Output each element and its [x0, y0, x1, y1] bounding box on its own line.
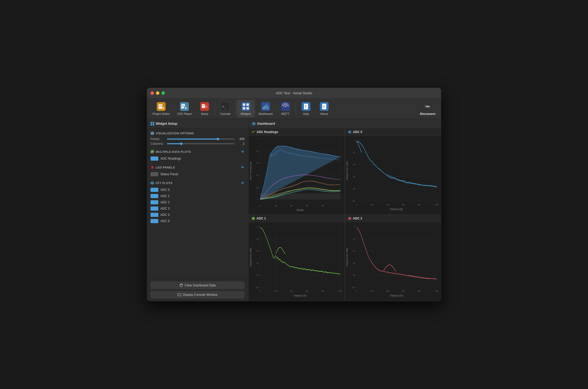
project-editor-icon: [157, 102, 166, 111]
multiple-plots-title: MULTIPLE DATA PLOTS: [151, 150, 191, 154]
svg-text:0.4: 0.4: [257, 174, 259, 177]
svg-text:-20: -20: [353, 237, 355, 240]
svg-rect-100: [349, 131, 349, 133]
led-panels-title: LED PANELS: [151, 166, 175, 169]
adc1-toggle[interactable]: [151, 194, 158, 198]
status-panel-toggle[interactable]: [151, 172, 158, 176]
toolbar-item-dashboard[interactable]: Dashboard: [255, 100, 276, 117]
columns-value: 2: [237, 142, 245, 146]
svg-rect-46: [153, 122, 154, 123]
separator-3: [296, 102, 296, 115]
svg-rect-26: [246, 107, 249, 110]
adc-readings-toggle[interactable]: [151, 156, 158, 161]
about-icon: i: [320, 102, 329, 111]
svg-text:-100: -100: [352, 286, 355, 289]
adc3-toggle[interactable]: [151, 206, 158, 211]
svg-rect-67: [252, 123, 253, 124]
points-slider[interactable]: [167, 139, 235, 140]
fft-plots-section: FFT PLOTS 👁 ADC 0 ADC 1 ADC 2: [151, 181, 245, 224]
svg-text:0.8: 0.8: [257, 150, 259, 152]
svg-rect-58: [151, 182, 151, 184]
sidebar-content: VISUALIZATION OPTIONS Points: 459 Column…: [147, 128, 248, 279]
toolbar-item-about[interactable]: i About: [315, 100, 333, 117]
adc0-body: 0 -20 -40 -60 -80 -100 0 100 200 300 400: [345, 136, 441, 215]
toolbar-item-mqtt[interactable]: MQTT: [276, 100, 295, 117]
svg-text:500: 500: [435, 203, 438, 206]
disconnect-label: Disconnect: [420, 112, 435, 115]
display-console-button[interactable]: >_ Display Console Window: [151, 291, 245, 299]
svg-text:200: 200: [386, 203, 389, 206]
svg-rect-131: [253, 217, 254, 220]
close-button[interactable]: [151, 91, 154, 95]
svg-rect-69: [254, 122, 254, 126]
fft-plots-eye[interactable]: 👁: [241, 181, 245, 185]
svg-rect-54: [151, 150, 154, 153]
svg-rect-2: [159, 105, 162, 105]
toolbar-item-widgets[interactable]: Widgets: [237, 100, 255, 117]
maximize-button[interactable]: [161, 91, 165, 95]
adc5-toggle[interactable]: [151, 219, 158, 223]
minimize-button[interactable]: [156, 91, 159, 95]
toolbar-item-setup[interactable]: Setup: [196, 100, 214, 117]
multiple-plots-eye[interactable]: 👁: [241, 150, 245, 154]
svg-text:-40: -40: [353, 163, 355, 166]
svg-text:-40: -40: [353, 250, 355, 252]
multiple-plots-header: MULTIPLE DATA PLOTS 👁: [151, 150, 245, 154]
svg-rect-30: [266, 104, 267, 109]
svg-rect-3: [159, 106, 162, 106]
widgets-icon: [241, 102, 251, 111]
svg-text:i: i: [305, 104, 306, 108]
traffic-lights: [151, 91, 165, 95]
plots-icon: [151, 150, 154, 154]
svg-text:300: 300: [306, 290, 309, 292]
svg-text:>_: >_: [222, 104, 227, 109]
toolbar-item-console[interactable]: >_ Console: [216, 100, 234, 117]
visualization-header: VISUALIZATION OPTIONS: [151, 131, 245, 135]
svg-text:400: 400: [321, 204, 324, 207]
svg-rect-101: [350, 130, 350, 134]
svg-text:-80: -80: [353, 187, 355, 190]
window-title: ADC Test - Serial Studio: [276, 91, 312, 95]
adc0-toggle[interactable]: [151, 188, 158, 192]
console-label: Console: [220, 112, 230, 115]
adc4-label: ADC 4: [160, 213, 170, 217]
svg-text:0.6: 0.6: [257, 162, 259, 164]
svg-text:300: 300: [306, 204, 309, 207]
toolbar-item-disconnect[interactable]: Disconnect: [416, 100, 439, 117]
toolbar-item-project-editor[interactable]: Project Editor: [149, 100, 173, 117]
svg-rect-9: [182, 105, 184, 106]
sidebar: Widget Setup V: [147, 119, 248, 301]
toolbar-item-csv-player[interactable]: CSV Player: [173, 100, 196, 117]
svg-text:-100: -100: [352, 200, 355, 202]
svg-text:-20: -20: [353, 151, 355, 154]
toolbar-item-help[interactable]: i Help: [297, 100, 315, 117]
adc2-toggle[interactable]: [151, 200, 158, 204]
svg-text:400: 400: [418, 203, 421, 206]
columns-slider[interactable]: [167, 143, 235, 144]
svg-rect-25: [243, 107, 245, 110]
svg-rect-102: [351, 131, 351, 133]
svg-rect-99: [348, 131, 349, 133]
clear-icon: [179, 284, 183, 287]
display-console-label: Display Console Window: [183, 293, 217, 297]
adc-readings-title: ADC Readings: [257, 130, 278, 134]
mqtt-icon: [281, 102, 290, 111]
svg-rect-10: [182, 106, 184, 107]
svg-text:-100: -100: [255, 286, 259, 289]
svg-text:Frequency (Hz): Frequency (Hz): [390, 294, 403, 297]
svg-point-33: [285, 106, 286, 107]
svg-rect-162: [351, 217, 351, 219]
svg-text:Samples: Samples: [297, 209, 304, 212]
adc4-toggle[interactable]: [151, 213, 158, 217]
svg-text:100: 100: [274, 290, 277, 292]
adc2-header-icon: [348, 217, 351, 220]
dashboard-title: Dashboard: [257, 122, 275, 126]
adc1-title: ADC 1: [257, 217, 266, 220]
adc0-panel: ADC 0: [345, 128, 441, 215]
clear-dashboard-button[interactable]: Clear Dashboard Data: [151, 281, 245, 289]
led-panels-eye[interactable]: 👁: [241, 165, 245, 170]
adc1-label: ADC 1: [160, 194, 170, 198]
svg-rect-23: [243, 103, 245, 106]
svg-text:100: 100: [274, 204, 277, 207]
svg-text:i: i: [323, 104, 324, 108]
